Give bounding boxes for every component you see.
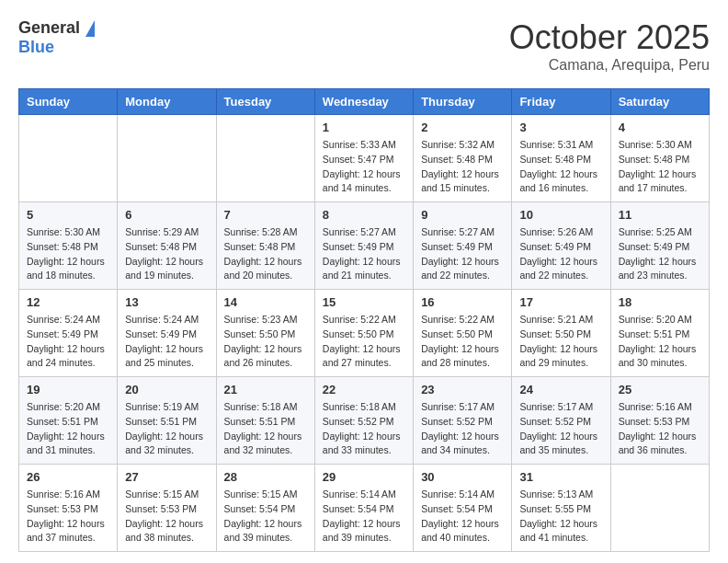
logo-general-text: General xyxy=(18,18,80,38)
calendar-day-31: 31Sunrise: 5:13 AM Sunset: 5:55 PM Dayli… xyxy=(512,465,610,552)
day-number: 28 xyxy=(224,470,307,484)
day-info: Sunrise: 5:21 AM Sunset: 5:50 PM Dayligh… xyxy=(519,313,602,371)
calendar-empty-cell xyxy=(610,465,709,552)
day-number: 3 xyxy=(519,121,602,134)
weekday-header-tuesday: Tuesday xyxy=(216,89,314,115)
calendar-day-28: 28Sunrise: 5:15 AM Sunset: 5:54 PM Dayli… xyxy=(216,465,314,552)
calendar-day-20: 20Sunrise: 5:19 AM Sunset: 5:51 PM Dayli… xyxy=(118,377,216,465)
day-info: Sunrise: 5:16 AM Sunset: 5:53 PM Dayligh… xyxy=(27,488,109,546)
day-number: 16 xyxy=(421,295,504,309)
day-number: 17 xyxy=(519,295,602,309)
weekday-header-sunday: Sunday xyxy=(19,89,118,115)
calendar-week-row: 19Sunrise: 5:20 AM Sunset: 5:51 PM Dayli… xyxy=(19,377,710,465)
calendar-week-row: 12Sunrise: 5:24 AM Sunset: 5:49 PM Dayli… xyxy=(19,290,710,377)
day-info: Sunrise: 5:15 AM Sunset: 5:54 PM Dayligh… xyxy=(224,488,307,546)
day-number: 6 xyxy=(125,208,208,222)
day-info: Sunrise: 5:18 AM Sunset: 5:51 PM Dayligh… xyxy=(224,400,307,458)
day-number: 21 xyxy=(224,383,307,396)
day-number: 13 xyxy=(125,295,208,309)
day-number: 19 xyxy=(27,383,109,396)
day-info: Sunrise: 5:24 AM Sunset: 5:49 PM Dayligh… xyxy=(125,313,208,371)
logo-triangle-icon xyxy=(85,20,95,37)
day-info: Sunrise: 5:29 AM Sunset: 5:48 PM Dayligh… xyxy=(125,225,208,283)
weekday-header-saturday: Saturday xyxy=(610,89,709,115)
day-info: Sunrise: 5:25 AM Sunset: 5:49 PM Dayligh… xyxy=(619,225,701,283)
calendar-day-14: 14Sunrise: 5:23 AM Sunset: 5:50 PM Dayli… xyxy=(216,290,314,377)
day-info: Sunrise: 5:17 AM Sunset: 5:52 PM Dayligh… xyxy=(519,400,602,458)
day-info: Sunrise: 5:30 AM Sunset: 5:48 PM Dayligh… xyxy=(27,225,109,283)
calendar-day-2: 2Sunrise: 5:32 AM Sunset: 5:48 PM Daylig… xyxy=(414,115,512,202)
title-area: October 2025 Camana, Arequipa, Peru xyxy=(509,18,710,74)
weekday-header-friday: Friday xyxy=(512,89,610,115)
calendar-day-24: 24Sunrise: 5:17 AM Sunset: 5:52 PM Dayli… xyxy=(512,377,610,465)
day-number: 8 xyxy=(323,208,405,222)
day-number: 18 xyxy=(619,295,701,309)
day-info: Sunrise: 5:27 AM Sunset: 5:49 PM Dayligh… xyxy=(421,225,504,283)
calendar-empty-cell xyxy=(19,115,118,202)
day-info: Sunrise: 5:28 AM Sunset: 5:48 PM Dayligh… xyxy=(224,225,307,283)
calendar-day-16: 16Sunrise: 5:22 AM Sunset: 5:50 PM Dayli… xyxy=(414,290,512,377)
day-number: 24 xyxy=(519,383,602,396)
day-info: Sunrise: 5:14 AM Sunset: 5:54 PM Dayligh… xyxy=(323,488,405,546)
day-info: Sunrise: 5:27 AM Sunset: 5:49 PM Dayligh… xyxy=(323,225,405,283)
day-info: Sunrise: 5:26 AM Sunset: 5:49 PM Dayligh… xyxy=(519,225,602,283)
day-info: Sunrise: 5:15 AM Sunset: 5:53 PM Dayligh… xyxy=(125,488,208,546)
day-number: 11 xyxy=(619,208,701,222)
day-info: Sunrise: 5:22 AM Sunset: 5:50 PM Dayligh… xyxy=(323,313,405,371)
calendar-day-3: 3Sunrise: 5:31 AM Sunset: 5:48 PM Daylig… xyxy=(512,115,610,202)
day-number: 20 xyxy=(125,383,208,396)
calendar-day-7: 7Sunrise: 5:28 AM Sunset: 5:48 PM Daylig… xyxy=(216,202,314,290)
day-number: 25 xyxy=(619,383,701,396)
calendar-day-25: 25Sunrise: 5:16 AM Sunset: 5:53 PM Dayli… xyxy=(610,377,709,465)
weekday-header-thursday: Thursday xyxy=(414,89,512,115)
calendar-day-29: 29Sunrise: 5:14 AM Sunset: 5:54 PM Dayli… xyxy=(314,465,413,552)
calendar-empty-cell xyxy=(118,115,216,202)
day-info: Sunrise: 5:32 AM Sunset: 5:48 PM Dayligh… xyxy=(421,138,504,196)
logo-blue-text: Blue xyxy=(18,38,54,57)
day-number: 30 xyxy=(421,470,504,484)
calendar-empty-cell xyxy=(216,115,314,202)
day-info: Sunrise: 5:20 AM Sunset: 5:51 PM Dayligh… xyxy=(27,400,109,458)
calendar-day-18: 18Sunrise: 5:20 AM Sunset: 5:51 PM Dayli… xyxy=(610,290,709,377)
calendar-day-27: 27Sunrise: 5:15 AM Sunset: 5:53 PM Dayli… xyxy=(118,465,216,552)
day-info: Sunrise: 5:22 AM Sunset: 5:50 PM Dayligh… xyxy=(421,313,504,371)
day-info: Sunrise: 5:14 AM Sunset: 5:54 PM Dayligh… xyxy=(421,488,504,546)
month-title: October 2025 xyxy=(509,18,710,57)
calendar-day-11: 11Sunrise: 5:25 AM Sunset: 5:49 PM Dayli… xyxy=(610,202,709,290)
calendar-week-row: 5Sunrise: 5:30 AM Sunset: 5:48 PM Daylig… xyxy=(19,202,710,290)
calendar-day-12: 12Sunrise: 5:24 AM Sunset: 5:49 PM Dayli… xyxy=(19,290,118,377)
location: Camana, Arequipa, Peru xyxy=(509,57,710,74)
day-number: 7 xyxy=(224,208,307,222)
day-number: 29 xyxy=(323,470,405,484)
day-number: 26 xyxy=(27,470,109,484)
day-info: Sunrise: 5:16 AM Sunset: 5:53 PM Dayligh… xyxy=(619,400,701,458)
day-number: 14 xyxy=(224,295,307,309)
day-info: Sunrise: 5:30 AM Sunset: 5:48 PM Dayligh… xyxy=(619,138,701,196)
calendar-week-row: 1Sunrise: 5:33 AM Sunset: 5:47 PM Daylig… xyxy=(19,115,710,202)
day-info: Sunrise: 5:19 AM Sunset: 5:51 PM Dayligh… xyxy=(125,400,208,458)
day-info: Sunrise: 5:23 AM Sunset: 5:50 PM Dayligh… xyxy=(224,313,307,371)
day-number: 23 xyxy=(421,383,504,396)
calendar-day-19: 19Sunrise: 5:20 AM Sunset: 5:51 PM Dayli… xyxy=(19,377,118,465)
day-number: 9 xyxy=(421,208,504,222)
calendar-day-21: 21Sunrise: 5:18 AM Sunset: 5:51 PM Dayli… xyxy=(216,377,314,465)
calendar-day-22: 22Sunrise: 5:18 AM Sunset: 5:52 PM Dayli… xyxy=(314,377,413,465)
day-info: Sunrise: 5:20 AM Sunset: 5:51 PM Dayligh… xyxy=(619,313,701,371)
day-number: 27 xyxy=(125,470,208,484)
calendar-day-1: 1Sunrise: 5:33 AM Sunset: 5:47 PM Daylig… xyxy=(314,115,413,202)
calendar-day-4: 4Sunrise: 5:30 AM Sunset: 5:48 PM Daylig… xyxy=(610,115,709,202)
weekday-header-monday: Monday xyxy=(118,89,216,115)
calendar-day-13: 13Sunrise: 5:24 AM Sunset: 5:49 PM Dayli… xyxy=(118,290,216,377)
day-number: 12 xyxy=(27,295,109,309)
day-info: Sunrise: 5:31 AM Sunset: 5:48 PM Dayligh… xyxy=(519,138,602,196)
day-number: 1 xyxy=(323,121,405,134)
calendar-day-10: 10Sunrise: 5:26 AM Sunset: 5:49 PM Dayli… xyxy=(512,202,610,290)
weekday-header-wednesday: Wednesday xyxy=(314,89,413,115)
calendar-day-17: 17Sunrise: 5:21 AM Sunset: 5:50 PM Dayli… xyxy=(512,290,610,377)
logo: General Blue xyxy=(18,18,95,57)
day-info: Sunrise: 5:18 AM Sunset: 5:52 PM Dayligh… xyxy=(323,400,405,458)
day-info: Sunrise: 5:33 AM Sunset: 5:47 PM Dayligh… xyxy=(323,138,405,196)
page-header: General Blue October 2025 Camana, Arequi… xyxy=(18,18,710,74)
day-number: 22 xyxy=(323,383,405,396)
day-number: 4 xyxy=(619,121,701,134)
